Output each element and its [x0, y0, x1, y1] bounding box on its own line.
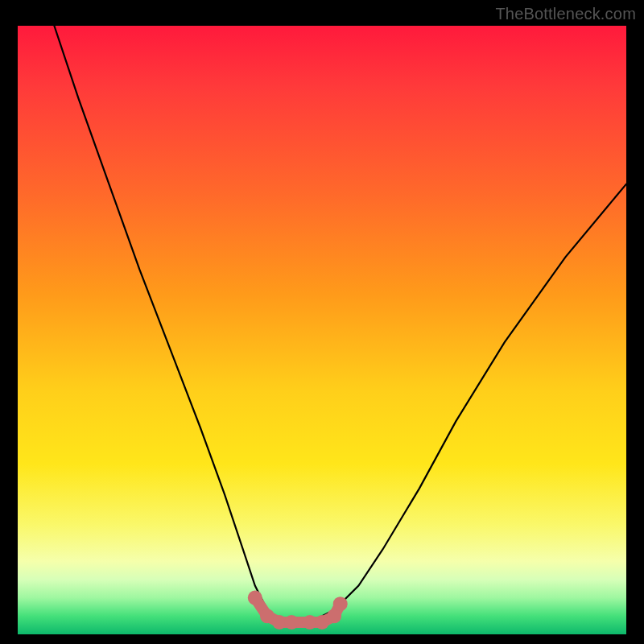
chart-frame: TheBottleneck.com	[0, 0, 644, 644]
plot-area	[18, 26, 626, 634]
trough-marker-dot	[248, 591, 262, 605]
bottleneck-curve-svg	[18, 26, 626, 634]
trough-marker-dot	[284, 615, 299, 630]
trough-marker-group	[248, 591, 348, 630]
trough-marker-dot	[333, 597, 348, 611]
bottleneck-curve-path	[54, 26, 626, 622]
watermark-text: TheBottleneck.com	[495, 5, 636, 23]
